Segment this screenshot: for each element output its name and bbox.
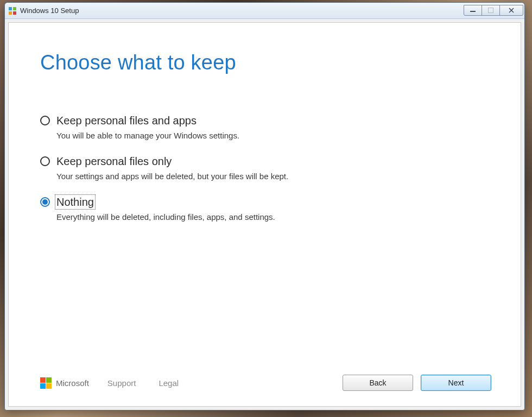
minimize-button[interactable] <box>464 5 482 16</box>
svg-rect-5 <box>488 8 493 13</box>
titlebar[interactable]: Windows 10 Setup <box>5 3 524 19</box>
radio-icon <box>40 197 50 207</box>
setup-window: Windows 10 Setup Choose what to keep <box>4 2 525 410</box>
maximize-button <box>482 5 500 16</box>
maximize-icon <box>488 8 493 13</box>
window-controls <box>464 5 523 17</box>
window-title: Windows 10 Setup <box>20 7 464 15</box>
svg-rect-1 <box>13 7 16 10</box>
support-link[interactable]: Support <box>107 378 136 388</box>
radio-icon <box>40 156 50 166</box>
close-button[interactable] <box>499 5 523 16</box>
footer: Microsoft Support Legal Back Next <box>40 375 491 391</box>
option-text: Keep personal files and apps You will be… <box>56 113 239 140</box>
option-label: Keep personal files only <box>56 154 172 168</box>
close-icon <box>509 8 514 13</box>
radio-icon <box>40 116 50 125</box>
option-label: Nothing <box>55 194 96 210</box>
svg-rect-4 <box>470 11 476 12</box>
option-nothing[interactable]: Nothing Everything will be deleted, incl… <box>40 195 491 222</box>
app-icon <box>8 7 17 15</box>
option-label: Keep personal files and apps <box>56 113 197 128</box>
svg-rect-3 <box>13 11 16 15</box>
option-desc: You will be able to manage your Windows … <box>56 131 239 140</box>
option-keep-files-apps[interactable]: Keep personal files and apps You will be… <box>40 113 491 140</box>
brand-name: Microsoft <box>56 378 89 388</box>
svg-rect-2 <box>9 11 12 15</box>
option-text: Keep personal files only Your settings a… <box>56 154 288 181</box>
option-text: Nothing Everything will be deleted, incl… <box>56 195 275 222</box>
legal-link[interactable]: Legal <box>159 378 179 388</box>
svg-rect-0 <box>9 7 12 10</box>
option-keep-files-only[interactable]: Keep personal files only Your settings a… <box>40 154 491 181</box>
back-button[interactable]: Back <box>343 375 413 391</box>
next-button[interactable]: Next <box>421 375 491 391</box>
microsoft-logo-icon <box>40 377 52 389</box>
keep-options-group: Keep personal files and apps You will be… <box>40 113 491 236</box>
client-area: Choose what to keep Keep personal files … <box>8 22 521 407</box>
option-desc: Your settings and apps will be deleted, … <box>56 172 288 181</box>
minimize-icon <box>470 8 476 13</box>
option-desc: Everything will be deleted, including fi… <box>56 212 275 222</box>
page-title: Choose what to keep <box>40 51 491 74</box>
